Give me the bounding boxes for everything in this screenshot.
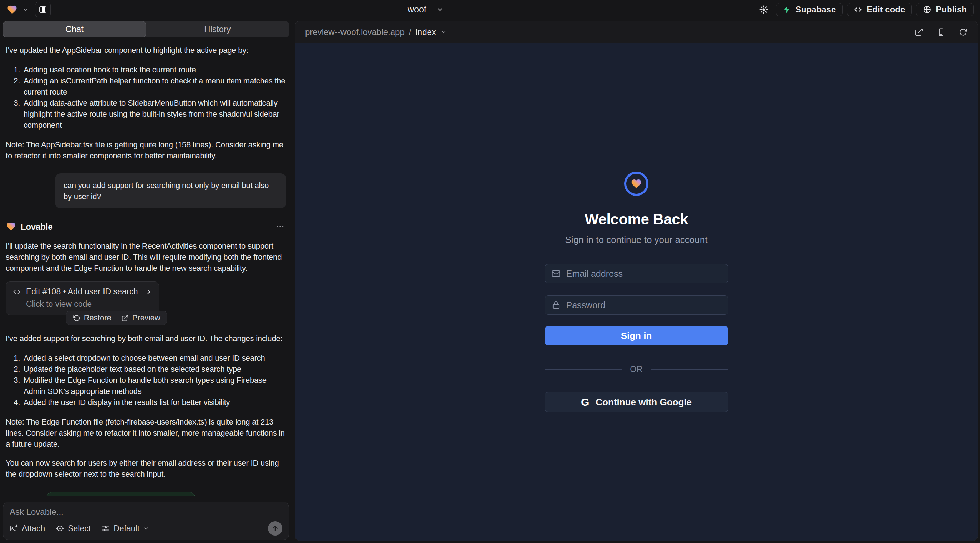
code-icon — [854, 5, 862, 14]
smartphone-icon — [937, 28, 945, 37]
restored-version-badge[interactable]: #107 Highlight Active Page in Sidebar — [46, 492, 196, 496]
edit-version-card[interactable]: Edit #108 • Add user ID search supp... C… — [6, 281, 159, 315]
envelope-icon — [551, 269, 561, 278]
list-item: Updated the placeholder text based on th… — [22, 364, 286, 375]
chat-history-tabs: Chat History — [3, 21, 289, 38]
restore-button[interactable]: Restore — [73, 313, 111, 322]
preview-version-button[interactable]: Preview — [121, 313, 160, 322]
assistant-message-text: I'll update the search functionality in … — [6, 240, 286, 274]
edit-card-wrap: Edit #108 • Add user ID search supp... C… — [6, 281, 167, 325]
auth-title: Welcome Back — [585, 211, 688, 228]
divider-line — [545, 369, 622, 370]
external-link-icon — [915, 28, 923, 37]
composer-toolbar: Attach Select Default — [10, 521, 282, 535]
chevron-down-icon — [22, 6, 29, 13]
preview-viewport: Welcome Back Sign in to continue to your… — [295, 43, 977, 540]
continue-with-google-button[interactable]: G Continue with Google — [545, 392, 729, 412]
send-button[interactable] — [268, 521, 282, 535]
settings-button[interactable] — [756, 3, 772, 17]
chevron-down-icon — [441, 29, 447, 35]
rotate-ccw-icon — [73, 314, 80, 322]
version-actions-bar: Restore Preview — [66, 311, 167, 325]
globe-icon — [923, 5, 931, 14]
attach-button[interactable]: Attach — [10, 524, 45, 533]
version-title: Highlight Active Page in Sidebar — [76, 494, 188, 496]
code-icon — [13, 287, 21, 296]
publish-label: Publish — [936, 5, 967, 14]
list-item: Adding useLocation hook to track the cur… — [22, 64, 286, 75]
auth-subtitle: Sign in to continue to your account — [565, 234, 708, 246]
panel-left-icon — [38, 5, 47, 14]
sign-in-button[interactable]: Sign in — [545, 326, 729, 345]
email-input[interactable] — [566, 268, 722, 279]
list-item: Added a select dropdown to choose betwee… — [22, 352, 286, 364]
sliders-icon — [101, 524, 110, 533]
chevron-down-icon — [143, 525, 150, 532]
assistant-message-text: You can now search for users by either t… — [6, 457, 286, 479]
external-link-icon — [121, 314, 129, 322]
publish-button[interactable]: Publish — [916, 3, 974, 16]
app-topbar: woof Supabase Edit code Publish — [0, 0, 980, 19]
assistant-header: Lovable — [6, 221, 286, 233]
tab-history[interactable]: History — [146, 21, 289, 38]
user-message-row: can you add support for searching not on… — [6, 173, 286, 208]
preview-url-page: index — [415, 27, 436, 37]
assistant-note-text: Note: The AppSidebar.tsx file is getting… — [6, 139, 286, 161]
lock-icon — [551, 300, 561, 310]
app-logo — [624, 171, 649, 196]
supabase-label: Supabase — [795, 5, 836, 14]
tab-chat[interactable]: Chat — [3, 21, 146, 38]
mode-selector-button[interactable]: Default — [101, 524, 150, 533]
more-horizontal-icon — [275, 222, 285, 231]
preview-toolbar: preview--woof.lovable.app / index — [295, 21, 977, 43]
chat-message-list[interactable]: I've updated the AppSidebar component to… — [3, 38, 289, 496]
gear-icon — [759, 5, 768, 14]
edit-code-button[interactable]: Edit code — [847, 3, 912, 16]
edit-card-title: Edit #108 • Add user ID search supp... — [26, 287, 140, 297]
edit-code-label: Edit code — [867, 5, 905, 14]
list-item: Added the user ID display in the results… — [22, 397, 286, 408]
list-item: Adding data-active attribute to SidebarM… — [22, 97, 286, 130]
restored-label: Restored — [6, 494, 38, 496]
lovable-logo-menu-button[interactable] — [6, 4, 29, 15]
auth-card: Welcome Back Sign in to continue to your… — [545, 171, 729, 412]
supabase-button[interactable]: Supabase — [776, 3, 843, 16]
edit-card-subtitle: Click to view code — [26, 299, 153, 309]
lovable-heart-icon — [6, 4, 18, 15]
preview-panel: preview--woof.lovable.app / index We — [295, 21, 978, 541]
attach-label: Attach — [22, 524, 45, 533]
preview-url-separator: / — [409, 27, 412, 37]
project-name: woof — [407, 4, 426, 14]
user-message-bubble: can you add support for searching not on… — [55, 173, 286, 208]
device-preview-button[interactable] — [937, 28, 945, 37]
chat-input[interactable] — [10, 507, 282, 517]
chat-panel: Chat History I've updated the AppSidebar… — [0, 19, 292, 543]
google-label: Continue with Google — [596, 397, 692, 408]
project-menu-button[interactable]: woof — [407, 0, 444, 19]
message-options-button[interactable] — [274, 221, 286, 233]
topbar-right: Supabase Edit code Publish — [756, 3, 974, 17]
rotate-cw-icon — [959, 28, 967, 37]
assistant-note-text: Note: The Edge Function file (fetch-fire… — [6, 416, 286, 449]
toggle-sidebar-button[interactable] — [35, 2, 51, 17]
assistant-message-list: Adding useLocation hook to track the cur… — [6, 64, 286, 130]
preview-url-selector[interactable]: preview--woof.lovable.app / index — [305, 27, 447, 37]
assistant-message-text: I've updated the AppSidebar component to… — [6, 44, 286, 56]
supabase-icon — [783, 5, 791, 14]
list-item: Modified the Edge Function to handle bot… — [22, 375, 286, 397]
lovable-heart-icon — [6, 222, 16, 232]
chevron-right-icon — [145, 288, 153, 295]
refresh-button[interactable] — [959, 28, 967, 37]
open-in-new-tab-button[interactable] — [915, 28, 923, 37]
preview-url-host: preview--woof.lovable.app — [305, 27, 405, 37]
chat-composer: Attach Select Default — [3, 502, 289, 540]
select-element-button[interactable]: Select — [56, 524, 91, 533]
preview-label: Preview — [132, 313, 160, 322]
assistant-message-text: I've added support for searching by both… — [6, 333, 286, 344]
password-input[interactable] — [566, 300, 722, 310]
restored-row: Restored #107 Highlight Active Page in S… — [6, 492, 286, 496]
divider-line — [651, 369, 729, 370]
select-label: Select — [68, 524, 91, 533]
crosshair-icon — [56, 524, 64, 533]
or-divider: OR — [545, 365, 729, 374]
